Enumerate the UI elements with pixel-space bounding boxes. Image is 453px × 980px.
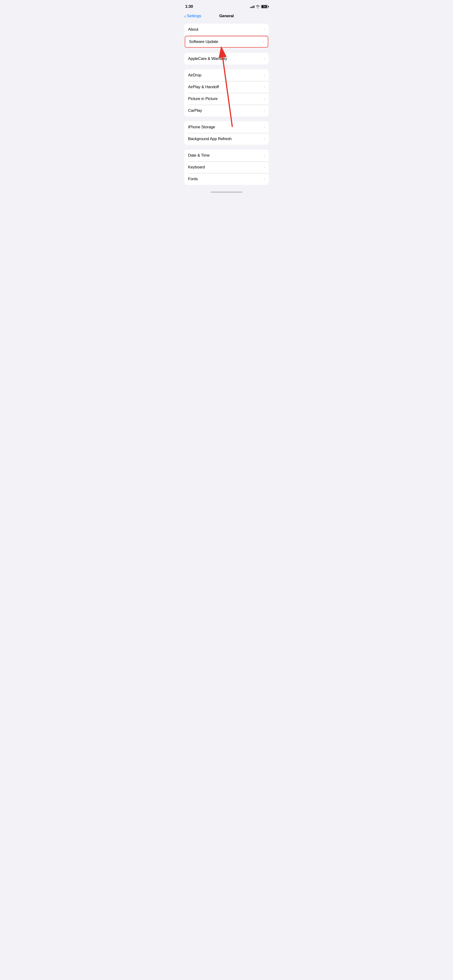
software-update-chevron-icon: › xyxy=(263,40,264,44)
home-indicator-bar xyxy=(211,191,242,193)
carplay-chevron-icon: › xyxy=(264,108,265,113)
keyboard-label: Keyboard xyxy=(188,165,205,170)
settings-group-1: About › Software Update › xyxy=(184,24,269,48)
back-label: Settings xyxy=(187,14,201,18)
settings-row-about[interactable]: About › xyxy=(184,24,269,35)
signal-bar-2 xyxy=(251,6,252,8)
status-time: 1:30 xyxy=(185,4,193,9)
keyboard-chevron-icon: › xyxy=(264,165,265,169)
nav-bar: ‹ Settings General xyxy=(180,12,273,21)
software-update-highlight-wrapper: Software Update › xyxy=(184,36,269,48)
iphone-storage-chevron-icon: › xyxy=(264,125,265,129)
settings-content: About › Software Update › AppleCare & Wa… xyxy=(180,21,273,185)
settings-row-airdrop[interactable]: AirDrop › xyxy=(184,69,269,81)
signal-bar-3 xyxy=(252,6,253,8)
settings-group-3: AirDrop › AirPlay & Handoff › Picture in… xyxy=(184,69,269,116)
settings-row-keyboard[interactable]: Keyboard › xyxy=(184,161,269,173)
page-title: General xyxy=(219,14,234,18)
pip-label: Picture in Picture xyxy=(188,97,217,101)
iphone-storage-label: iPhone Storage xyxy=(188,125,215,129)
status-icons: 84 xyxy=(250,5,268,8)
signal-icon xyxy=(250,5,254,8)
settings-row-applecare[interactable]: AppleCare & Warranty › xyxy=(184,53,269,65)
about-label: About xyxy=(188,27,198,32)
about-chevron-icon: › xyxy=(264,27,265,32)
bg-refresh-label: Background App Refresh xyxy=(188,137,232,141)
datetime-chevron-icon: › xyxy=(264,153,265,158)
settings-row-pip[interactable]: Picture in Picture › xyxy=(184,93,269,105)
airdrop-chevron-icon: › xyxy=(264,73,265,77)
status-bar: 1:30 84 xyxy=(180,0,273,12)
battery-icon: 84 xyxy=(261,5,268,8)
page-wrapper: 1:30 84 ‹ Settings xyxy=(180,0,273,194)
software-update-label: Software Update xyxy=(189,40,218,44)
applecare-label: AppleCare & Warranty xyxy=(188,56,227,61)
battery-level: 84 xyxy=(263,5,266,8)
signal-bar-4 xyxy=(254,5,254,8)
datetime-label: Date & Time xyxy=(188,153,209,158)
fonts-chevron-icon: › xyxy=(264,177,265,181)
settings-row-bg-refresh[interactable]: Background App Refresh › xyxy=(184,133,269,145)
settings-group-5: Date & Time › Keyboard › Fonts › xyxy=(184,150,269,185)
settings-group-4: iPhone Storage › Background App Refresh … xyxy=(184,121,269,145)
airdrop-label: AirDrop xyxy=(188,73,201,78)
fonts-label: Fonts xyxy=(188,177,198,181)
back-button[interactable]: ‹ Settings xyxy=(184,14,201,18)
settings-row-airplay[interactable]: AirPlay & Handoff › xyxy=(184,81,269,93)
pip-chevron-icon: › xyxy=(264,97,265,101)
bg-refresh-chevron-icon: › xyxy=(264,137,265,141)
back-chevron-icon: ‹ xyxy=(184,14,186,18)
applecare-chevron-icon: › xyxy=(264,57,265,61)
settings-row-datetime[interactable]: Date & Time › xyxy=(184,150,269,161)
settings-group-2: AppleCare & Warranty › xyxy=(184,53,269,65)
wifi-icon xyxy=(256,5,260,8)
settings-row-iphone-storage[interactable]: iPhone Storage › xyxy=(184,121,269,133)
signal-bar-1 xyxy=(250,7,251,8)
settings-row-software-update[interactable]: Software Update › xyxy=(185,36,268,48)
airplay-label: AirPlay & Handoff xyxy=(188,85,219,89)
settings-row-carplay[interactable]: CarPlay › xyxy=(184,105,269,116)
settings-row-fonts[interactable]: Fonts › xyxy=(184,173,269,185)
carplay-label: CarPlay xyxy=(188,108,202,113)
home-indicator xyxy=(180,189,273,194)
airplay-chevron-icon: › xyxy=(264,85,265,89)
